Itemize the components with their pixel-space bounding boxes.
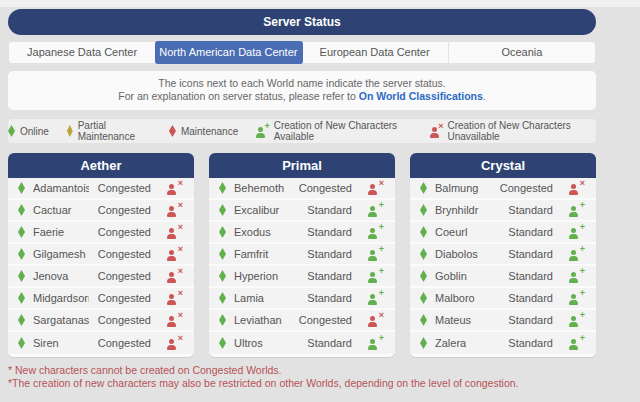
datacenter-title: Crystal — [410, 153, 596, 178]
legend-item-partial-maintenance: Partial Maintenance — [67, 120, 151, 142]
plus-mark-icon: + — [580, 201, 585, 210]
creation-available-icon: + — [368, 292, 383, 305]
legend-item-creation-of-new-characters-unavailable: ×Creation of New Characters Unavailable — [430, 120, 596, 142]
world-row-ultros: UltrosStandard+ — [209, 332, 395, 354]
maintenance-icon — [169, 125, 176, 137]
online-status-icon — [219, 226, 226, 238]
x-mark-icon: × — [379, 179, 384, 188]
plus-mark-icon: + — [580, 311, 585, 320]
world-status: Congested — [89, 182, 151, 194]
x-mark-icon: × — [178, 223, 183, 232]
world-name: Gilgamesh — [33, 248, 89, 260]
online-status-icon — [18, 337, 25, 349]
online-status-icon — [420, 204, 427, 216]
footnotes: * New characters cannot be created on Co… — [8, 364, 596, 390]
creation-available-icon: + — [569, 226, 584, 239]
world-name: Faerie — [33, 226, 89, 238]
world-status: Congested — [89, 204, 151, 216]
world-row-faerie: FaerieCongested× — [8, 222, 194, 244]
creation-unavailable-icon: × — [167, 226, 182, 239]
world-name: Zalera — [435, 337, 491, 349]
online-status-icon — [420, 226, 427, 238]
top-strip — [0, 0, 640, 7]
world-row-excalibur: ExcaliburStandard+ — [209, 200, 395, 222]
world-name: Siren — [33, 337, 89, 349]
datacenter-panel-aether: AetherAdamantoiseCongested×CactuarConges… — [8, 153, 194, 357]
person-icon — [368, 250, 377, 261]
world-status: Congested — [89, 270, 151, 282]
world-name: Cactuar — [33, 204, 89, 216]
tab-oceania[interactable]: Oceania — [449, 42, 595, 63]
world-row-leviathan: LeviathanCongested× — [209, 310, 395, 332]
tab-north-american-data-center[interactable]: North American Data Center — [155, 41, 302, 64]
world-row-diabolos: DiabolosStandard+ — [410, 244, 596, 266]
creation-of-new-characters-available-icon: + — [256, 125, 268, 138]
legend-label: Partial Maintenance — [78, 120, 151, 142]
world-row-goblin: GoblinStandard+ — [410, 266, 596, 288]
world-name: Brynhildr — [435, 204, 491, 216]
legend-label: Maintenance — [181, 126, 238, 137]
world-row-famfrit: FamfritStandard+ — [209, 244, 395, 266]
world-name: Famfrit — [234, 248, 290, 260]
world-status: Standard — [491, 337, 553, 349]
world-name: Jenova — [33, 270, 89, 282]
person-icon — [167, 184, 176, 195]
online-status-icon — [18, 314, 25, 326]
world-status: Congested — [290, 182, 352, 194]
world-list: BehemothCongested×ExcaliburStandard+Exod… — [209, 178, 395, 357]
world-row-exodus: ExodusStandard+ — [209, 222, 395, 244]
world-row-midgardsormr: MidgardsormrCongested× — [8, 288, 194, 310]
world-name: Coeurl — [435, 226, 491, 238]
info-line-2-prefix: For an explanation on server status, ple… — [118, 90, 358, 102]
x-mark-icon: × — [178, 289, 183, 298]
plus-mark-icon: + — [580, 267, 585, 276]
person-icon — [569, 250, 578, 261]
person-icon — [167, 316, 176, 327]
world-status: Congested — [89, 248, 151, 260]
world-name: Malboro — [435, 292, 491, 304]
world-row-siren: SirenCongested× — [8, 332, 194, 354]
plus-mark-icon: + — [379, 334, 384, 343]
person-icon — [569, 206, 578, 217]
world-status: Standard — [290, 204, 352, 216]
info-line-2-suffix: . — [483, 90, 486, 102]
online-status-icon — [18, 204, 25, 216]
world-status: Standard — [491, 226, 553, 238]
plus-mark-icon: + — [379, 245, 384, 254]
world-classifications-link[interactable]: On World Classifications — [359, 90, 483, 102]
online-status-icon — [420, 182, 427, 194]
world-status: Congested — [89, 337, 151, 349]
person-icon — [569, 294, 578, 305]
creation-unavailable-icon: × — [368, 314, 383, 327]
person-icon — [569, 272, 578, 283]
x-mark-icon: × — [178, 311, 183, 320]
tab-european-data-center[interactable]: European Data Center — [302, 42, 449, 63]
x-mark-icon: × — [580, 179, 585, 188]
tab-japanese-data-center[interactable]: Japanese Data Center — [9, 42, 156, 63]
info-line-2: For an explanation on server status, ple… — [8, 90, 596, 103]
world-status: Congested — [89, 292, 151, 304]
creation-unavailable-icon: × — [167, 248, 182, 261]
online-status-icon — [219, 292, 226, 304]
person-icon — [569, 228, 578, 239]
world-name: Exodus — [234, 226, 290, 238]
world-name: Sargatanas — [33, 314, 89, 326]
world-status: Congested — [89, 226, 151, 238]
x-mark-icon: × — [178, 267, 183, 276]
datacenter-title: Primal — [209, 153, 395, 178]
creation-unavailable-icon: × — [167, 182, 182, 195]
world-name: Goblin — [435, 270, 491, 282]
world-name: Leviathan — [234, 314, 290, 326]
creation-available-icon: + — [569, 204, 584, 217]
creation-unavailable-icon: × — [167, 292, 182, 305]
creation-unavailable-icon: × — [167, 337, 182, 350]
datacenter-title: Aether — [8, 153, 194, 178]
online-status-icon — [420, 270, 427, 282]
page-title: Server Status — [8, 9, 596, 35]
world-name: Hyperion — [234, 270, 290, 282]
online-status-icon — [420, 314, 427, 326]
online-status-icon — [18, 182, 25, 194]
x-mark-icon: × — [178, 179, 183, 188]
world-status: Standard — [290, 226, 352, 238]
world-row-zalera: ZaleraStandard+ — [410, 332, 596, 354]
